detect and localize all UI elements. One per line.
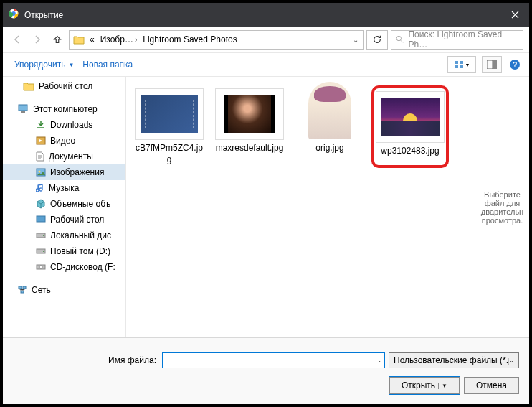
chrome-icon: [9, 9, 19, 21]
preview-placeholder: Выберите файл для дварительн просмотра.: [478, 190, 526, 225]
computer-icon: [17, 104, 29, 114]
chevron-right-icon: ›: [135, 36, 137, 44]
cd-drive-icon: [36, 263, 46, 271]
filename-label: Имя файла:: [13, 355, 156, 365]
svg-rect-25: [23, 286, 26, 289]
titlebar: Открытие: [3, 3, 529, 27]
tree-item-3d-objects[interactable]: Объемные объ: [3, 196, 125, 212]
breadcrumb-prefix[interactable]: «: [87, 31, 98, 49]
file-thumbnail: [295, 88, 364, 140]
svg-point-19: [43, 235, 44, 236]
svg-point-2: [396, 36, 401, 40]
tree-item-local-disk[interactable]: Локальный дис: [3, 228, 125, 243]
chevron-down-icon[interactable]: ⌄: [378, 357, 383, 364]
tree-item-video[interactable]: Видео: [3, 133, 125, 149]
filename-row: Имя файла: ⌄ Пользовательские файлы (*.j…: [13, 352, 519, 368]
filename-input[interactable]: [162, 352, 385, 368]
breadcrumb[interactable]: « Изобр…› Lightroom Saved Photos ⌄: [69, 30, 364, 50]
open-dialog-window: Открытие « Изобр…› Lightroom Saved Photo…: [3, 3, 529, 404]
open-button[interactable]: Открыть ▼: [389, 377, 460, 394]
file-list[interactable]: cB7fMPm5ZC4.jpg maxresdefault.jpg orig.j…: [126, 77, 475, 337]
file-item[interactable]: cB7fMPm5ZC4.jpg: [130, 85, 208, 168]
desktop-icon: [36, 215, 46, 224]
tree-item-cd-drive[interactable]: CD-дисковод (F:: [3, 259, 125, 275]
view-mode-button[interactable]: ▼: [447, 56, 476, 73]
tree-item-music[interactable]: Музыка: [3, 180, 125, 196]
svg-rect-24: [19, 286, 22, 289]
organize-button[interactable]: Упорядочить▼: [10, 57, 78, 72]
help-button[interactable]: ?: [508, 59, 522, 70]
content-area: cB7fMPm5ZC4.jpg maxresdefault.jpg orig.j…: [126, 77, 529, 337]
breadcrumb-dropdown[interactable]: ⌄: [348, 36, 363, 44]
breadcrumb-item-current[interactable]: Lightroom Saved Photos: [140, 31, 239, 49]
download-icon: [36, 120, 46, 130]
music-icon: [36, 183, 44, 193]
disk-icon: [36, 248, 46, 255]
new-folder-button[interactable]: Новая папка: [78, 57, 137, 72]
tree-item-desktop2[interactable]: Рабочий стол: [3, 212, 125, 228]
back-button[interactable]: [9, 31, 26, 48]
dialog-footer: Имя файла: ⌄ Пользовательские файлы (*.j…: [3, 337, 529, 404]
file-label: wp3102483.jpg: [381, 146, 439, 157]
svg-rect-17: [39, 223, 42, 223]
thumbnails-icon: [454, 60, 464, 69]
chevron-down-icon: ▼: [465, 62, 470, 67]
svg-point-15: [39, 171, 41, 173]
svg-rect-4: [460, 61, 463, 64]
toolbar: Упорядочить▼ Новая папка ▼ ?: [3, 52, 529, 77]
search-icon: [396, 35, 404, 44]
folder-icon: [71, 32, 87, 47]
button-row: Открыть ▼ Отмена: [13, 374, 519, 394]
svg-rect-16: [37, 216, 45, 222]
open-dropdown[interactable]: ▼: [438, 383, 447, 389]
file-item[interactable]: orig.jpg: [291, 85, 369, 168]
breadcrumb-item-pictures[interactable]: Изобр…›: [98, 31, 141, 49]
file-type-dropdown[interactable]: Пользовательские файлы (*.jf ⌄: [389, 352, 519, 368]
close-button[interactable]: [500, 3, 529, 27]
forward-button[interactable]: [29, 31, 46, 48]
svg-rect-6: [460, 65, 463, 68]
chevron-down-icon: ▼: [68, 62, 74, 68]
file-label: cB7fMPm5ZC4.jpg: [133, 143, 205, 165]
svg-point-23: [39, 266, 42, 268]
picture-icon: [36, 168, 46, 177]
cube-icon: [36, 199, 46, 209]
tree-item-pictures[interactable]: Изображения: [3, 164, 125, 180]
search-input[interactable]: Поиск: Lightroom Saved Ph…: [391, 30, 523, 50]
svg-point-21: [43, 251, 44, 252]
svg-rect-7: [487, 60, 493, 69]
file-label: maxresdefault.jpg: [216, 143, 284, 154]
tree-item-network[interactable]: Сеть: [3, 282, 125, 298]
svg-rect-12: [21, 111, 25, 113]
file-thumbnail: [215, 88, 284, 140]
folder-tree[interactable]: Рабочий стол Этот компьютер Downloads Ви…: [3, 77, 126, 337]
svg-rect-11: [19, 105, 27, 111]
svg-rect-26: [21, 291, 24, 293]
file-thumbnail: [135, 88, 204, 140]
svg-rect-3: [455, 61, 458, 64]
preview-pane-button[interactable]: [482, 56, 502, 73]
tree-item-desktop[interactable]: Рабочий стол: [3, 78, 125, 94]
tree-item-this-pc[interactable]: Этот компьютер: [3, 101, 125, 117]
folder-icon: [23, 81, 34, 91]
chevron-down-icon: ⌄: [509, 357, 514, 364]
file-label: orig.jpg: [315, 143, 343, 154]
refresh-button[interactable]: [366, 30, 388, 50]
svg-rect-8: [493, 60, 497, 69]
svg-text:?: ?: [513, 60, 518, 69]
up-button[interactable]: [49, 31, 66, 48]
file-item[interactable]: maxresdefault.jpg: [211, 85, 288, 168]
address-bar: « Изобр…› Lightroom Saved Photos ⌄ Поиск…: [3, 27, 529, 52]
tree-item-new-volume[interactable]: Новый том (D:): [3, 243, 125, 259]
network-icon: [17, 286, 27, 294]
chevron-prefix: «: [90, 34, 95, 45]
dialog-title: Открытие: [24, 10, 500, 20]
tree-item-downloads[interactable]: Downloads: [3, 117, 125, 133]
document-icon: [36, 151, 44, 162]
file-thumbnail: [376, 91, 445, 143]
preview-pane: Выберите файл для дварительн просмотра.: [475, 77, 529, 337]
tree-item-documents[interactable]: Документы: [3, 149, 125, 164]
svg-rect-5: [455, 65, 458, 68]
cancel-button[interactable]: Отмена: [464, 377, 519, 394]
file-item-highlighted[interactable]: wp3102483.jpg: [371, 85, 449, 168]
